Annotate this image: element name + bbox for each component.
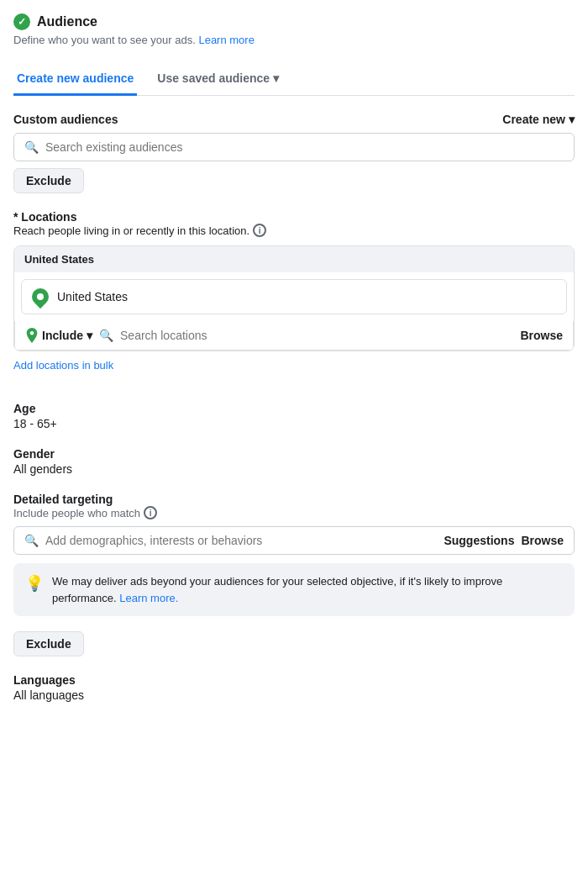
age-section: Age 18 - 65+ bbox=[13, 402, 575, 430]
include-people-match-row: Include people who match i bbox=[13, 506, 575, 519]
learn-more-link[interactable]: Learn more bbox=[198, 34, 254, 46]
locations-section: Locations Reach people living in or rece… bbox=[13, 210, 575, 385]
search-icon: 🔍 bbox=[24, 140, 39, 154]
search-locations-input[interactable] bbox=[120, 329, 513, 342]
targeting-browse-link[interactable]: Browse bbox=[521, 534, 564, 547]
languages-value: All languages bbox=[13, 688, 575, 702]
detailed-targeting-search-box: 🔍 Suggestions Browse bbox=[13, 526, 575, 555]
gender-label: Gender bbox=[13, 447, 575, 461]
tabs-container: Create new audience Use saved audience ▾ bbox=[13, 63, 575, 96]
locations-country-header: United States bbox=[14, 246, 574, 272]
page-title: Audience bbox=[37, 14, 97, 29]
locations-description: Reach people living in or recently in th… bbox=[13, 224, 575, 237]
detailed-targeting-exclude-button[interactable]: Exclude bbox=[13, 631, 84, 656]
languages-label: Languages bbox=[13, 673, 575, 687]
location-include-pin-icon bbox=[25, 328, 39, 343]
targeting-search-icon: 🔍 bbox=[24, 534, 39, 547]
audience-subtitle: Define who you want to see your ads. Lea… bbox=[13, 34, 575, 46]
suggestions-link[interactable]: Suggestions bbox=[444, 534, 514, 547]
targeting-action-links: Suggestions Browse bbox=[444, 534, 564, 547]
targeting-learn-more-link[interactable]: Learn more. bbox=[119, 592, 178, 604]
include-button[interactable]: Include ▾ bbox=[25, 328, 92, 343]
add-locations-bulk-link[interactable]: Add locations in bulk bbox=[13, 359, 113, 372]
gender-section: Gender All genders bbox=[13, 447, 575, 476]
custom-audiences-search-input[interactable] bbox=[45, 140, 564, 154]
search-locations-wrapper bbox=[120, 329, 513, 342]
audience-check-icon: ✓ bbox=[13, 13, 30, 30]
location-item: United States bbox=[21, 279, 567, 314]
location-pin-icon bbox=[29, 285, 52, 308]
custom-audiences-search-box: 🔍 bbox=[13, 133, 575, 161]
detailed-targeting-search-input[interactable] bbox=[45, 534, 437, 547]
detailed-targeting-label: Detailed targeting bbox=[13, 493, 575, 506]
chevron-down-icon: ▾ bbox=[273, 71, 279, 85]
custom-audiences-section: Custom audiences Create new ▾ 🔍 Exclude bbox=[13, 113, 575, 193]
create-new-button[interactable]: Create new ▾ bbox=[502, 113, 575, 126]
tab-use-saved-audience[interactable]: Use saved audience ▾ bbox=[154, 63, 282, 96]
lightbulb-icon: 💡 bbox=[25, 574, 44, 593]
custom-audiences-label: Custom audiences bbox=[13, 113, 118, 126]
locations-browse-link[interactable]: Browse bbox=[520, 329, 563, 342]
languages-section: Languages All languages bbox=[13, 673, 575, 702]
locations-box: United States United States Include ▾ 🔍 … bbox=[13, 245, 575, 351]
exclude-button[interactable]: Exclude bbox=[13, 168, 84, 193]
gender-value: All genders bbox=[13, 462, 575, 476]
targeting-info-box: 💡 We may deliver ads beyond your audienc… bbox=[13, 563, 575, 616]
include-match-label: Include people who match bbox=[13, 507, 140, 519]
chevron-down-icon: ▾ bbox=[569, 113, 575, 126]
age-value: 18 - 65+ bbox=[13, 417, 575, 430]
tab-create-new-audience[interactable]: Create new audience bbox=[13, 63, 137, 96]
include-row: Include ▾ 🔍 Browse bbox=[14, 321, 574, 351]
location-name: United States bbox=[57, 290, 128, 303]
detailed-targeting-info-icon: i bbox=[144, 506, 157, 519]
include-chevron-icon: ▾ bbox=[87, 329, 92, 342]
info-icon: i bbox=[253, 224, 266, 237]
targeting-info-text: We may deliver ads beyond your audiences… bbox=[52, 573, 563, 606]
locations-label: Locations bbox=[13, 210, 575, 224]
search-locations-icon: 🔍 bbox=[99, 329, 113, 342]
include-label: Include bbox=[42, 329, 83, 342]
create-new-label: Create new bbox=[502, 113, 565, 126]
tab-saved-label: Use saved audience bbox=[157, 71, 270, 85]
age-label: Age bbox=[13, 402, 575, 415]
detailed-targeting-section: Detailed targeting Include people who ma… bbox=[13, 493, 575, 656]
